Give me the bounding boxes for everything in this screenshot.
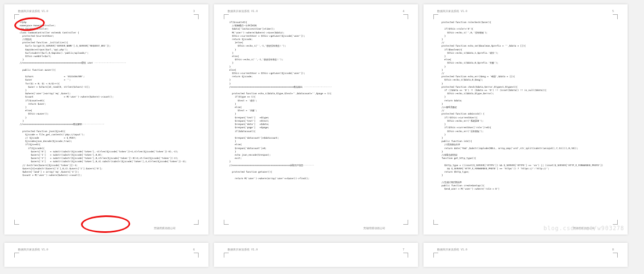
crop-mark-icon bbox=[224, 253, 229, 258]
crop-mark-icon bbox=[194, 14, 199, 19]
page-number: 4 bbox=[403, 9, 404, 13]
crop-mark-icon bbox=[433, 220, 438, 225]
page-number: 8 bbox=[612, 248, 614, 251]
crop-mark-icon bbox=[403, 14, 408, 19]
annotation-circle-footer bbox=[81, 215, 131, 233]
crop-mark-icon bbox=[224, 14, 229, 19]
crop-mark-icon bbox=[403, 253, 408, 258]
code-body: protected function rolecheck($user){ if(… bbox=[439, 21, 612, 218]
crop-mark-icon bbox=[224, 220, 229, 225]
page-number: 7 bbox=[403, 248, 404, 251]
crop-mark-icon bbox=[14, 220, 19, 225]
code-body: if($count>0){ //更新最后一次登录时间 $data['lastac… bbox=[229, 21, 403, 218]
crop-mark-icon bbox=[613, 14, 618, 19]
page-footer: 无锡传媒动画公司 bbox=[154, 226, 176, 230]
doc-page-5: 数据库开发说系统 V1.0 7 'us', 'as', bbox=[214, 243, 418, 267]
doc-page-4: 数据库开发说系统 V1.0 6 ->join('LEFT JOIN __USER… bbox=[4, 243, 208, 267]
page-number: 6 bbox=[193, 248, 195, 251]
page-footer: 无锡传媒动画公司 bbox=[363, 226, 385, 230]
page-number: 5 bbox=[612, 9, 614, 13]
crop-mark-icon bbox=[613, 253, 618, 258]
crop-mark-icon bbox=[14, 253, 19, 258]
page-header: 数据库开发说系统 V1.0 bbox=[18, 248, 48, 251]
doc-page-2: 数据库开发说系统 V1.0 4 if($count>0){ //更新最后一次登录… bbox=[214, 4, 418, 235]
crop-mark-icon bbox=[194, 220, 199, 225]
page-grid: 数据库开发说系统 V1.0 3 <?php namespace Home\Con… bbox=[0, 0, 644, 274]
page-number: 3 bbox=[193, 9, 195, 13]
crop-mark-icon bbox=[433, 253, 438, 258]
crop-mark-icon bbox=[194, 253, 199, 258]
crop-mark-icon bbox=[613, 220, 618, 225]
page-header: 数据库开发说系统 V1.0 bbox=[437, 9, 467, 13]
page-footer: 无锡传媒动画公司 bbox=[573, 226, 595, 230]
page-header: 数据库开发说系统 V1.0 bbox=[228, 9, 258, 13]
crop-mark-icon bbox=[14, 14, 19, 19]
code-body: <?php namespace Home\Controller; use thi… bbox=[20, 21, 193, 218]
page-header: 数据库开发说系统 V1.0 bbox=[228, 248, 258, 251]
doc-page-3: 数据库开发说系统 V1.0 5 protected function rolec… bbox=[423, 4, 628, 235]
page-header: 数据库开发说系统 V1.0 bbox=[18, 9, 48, 13]
doc-page-6: 数据库开发说系统 V1.0 8 } bbox=[423, 243, 628, 267]
doc-page-1: 数据库开发说系统 V1.0 3 <?php namespace Home\Con… bbox=[4, 4, 208, 235]
crop-mark-icon bbox=[433, 14, 438, 19]
page-header: 数据库开发说系统 V1.0 bbox=[437, 248, 467, 251]
crop-mark-icon bbox=[403, 220, 408, 225]
